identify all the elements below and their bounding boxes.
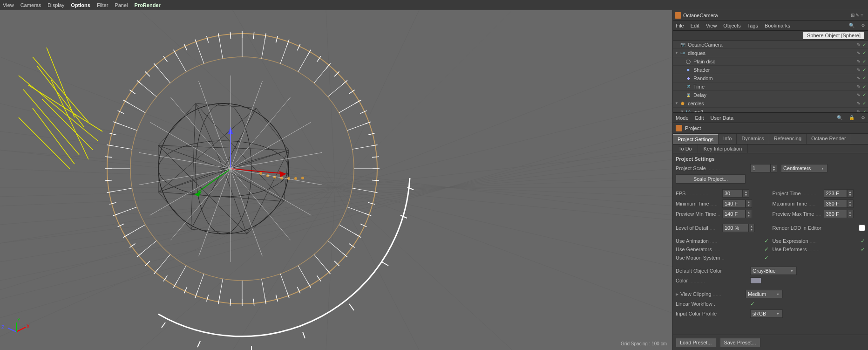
tab-info[interactable]: Info [719, 134, 737, 144]
obj-item-disques[interactable]: ▼ L0 disques ✎ ✓ [673, 49, 868, 57]
view-clipping-select-wrapper[interactable]: Medium Low High [746, 290, 780, 298]
linear-workflow-check: ✓ [750, 301, 755, 307]
prev-min-label: Preview Min Time .. [676, 211, 722, 217]
lod-field[interactable] [722, 224, 748, 232]
default-color-select[interactable]: Gray-Blue Red Green [750, 267, 797, 275]
min-time-input[interactable]: ▲ ▼ [722, 199, 752, 208]
unit-select-wrapper[interactable]: Centimeters Meters Inches [781, 164, 824, 172]
render-lod-group: Render LOD in Editor [773, 225, 866, 231]
linear-workflow-label: Linear Workflow . [676, 301, 750, 307]
obj-item-time[interactable]: ⏱ Time ✎ ✓ [673, 82, 868, 91]
prev-max-field[interactable] [824, 210, 847, 218]
viewport[interactable]: Perspective [0, 10, 672, 350]
maxt-spin[interactable]: ▲ ▼ [847, 199, 854, 208]
use-motion-row: Use Motion System .. ✓ [673, 254, 868, 262]
project-scale-field[interactable] [750, 164, 771, 172]
mode-edit[interactable]: Edit [695, 115, 704, 121]
menu-tags[interactable]: Tags [747, 23, 758, 28]
use-expr-check: ✓ [861, 238, 865, 244]
sep2 [673, 219, 868, 223]
prev-max-input[interactable]: ▲ ▼ [824, 210, 854, 218]
pm-spin[interactable]: ▲ ▼ [746, 210, 752, 218]
obj-item-delay[interactable]: ⌛ Delay ✎ ✓ [673, 91, 868, 99]
obj-toolbar: File Edit View Objects Tags Bookmarks 🔍 … [673, 21, 868, 31]
search-icon[interactable]: 🔍 [849, 23, 854, 28]
icp-select[interactable]: sRGB Linear [750, 309, 783, 318]
obj-item-octanecamera[interactable]: 📷 OctaneCamera ✎ ✓ [673, 41, 868, 49]
subtab-todo[interactable]: To Do [673, 144, 698, 153]
settings-icon[interactable]: ⚙ [861, 23, 865, 28]
menu-display[interactable]: Display [47, 2, 64, 8]
default-obj-color-row: Default Object Color Gray-Blue Red Green [673, 266, 868, 276]
sphere-object-label: Sphere Object [Sphere] [803, 32, 864, 39]
max-time-input[interactable]: ▲ ▼ [824, 199, 854, 208]
menu-bookmarks[interactable]: Bookmarks [765, 23, 790, 28]
min-time-field[interactable] [722, 199, 746, 208]
subtab-key-interpolation[interactable]: Key Interpolation [698, 144, 748, 153]
load-preset-button[interactable]: Load Preset... [676, 338, 716, 347]
mode-search-icon[interactable]: 🔍 [837, 115, 842, 120]
lod-spin[interactable]: ▲ ▼ [748, 224, 755, 232]
fps-spin[interactable]: ▲ ▼ [743, 189, 749, 198]
mode-mode[interactable]: Mode [676, 115, 689, 121]
menu-filter[interactable]: Filter [97, 2, 108, 8]
obj-item-arc2[interactable]: ▼ L0 arc2 ✎ ✓ [673, 108, 868, 112]
pt-spin[interactable]: ▲ ▼ [847, 189, 854, 198]
exp8: ▼ [675, 101, 679, 105]
scale-spin-btn[interactable]: ▲ ▼ [771, 164, 777, 172]
use-def-check: ✓ [861, 246, 865, 253]
group-icon: L0 [679, 50, 686, 56]
max-time-label: Maximum Time ..... [773, 201, 824, 206]
edit-badge2: ✎ [857, 51, 861, 55]
tab-octane-render[interactable]: Octane Render [807, 134, 851, 144]
use-gen-row: Use Generators ..... ✓ Use Deformers ...… [673, 245, 868, 254]
properties-panel: Project Project Settings Info Dynamics R… [673, 123, 868, 350]
pma-spin[interactable]: ▲ ▼ [847, 210, 854, 218]
unit-select[interactable]: Centimeters Meters Inches [781, 164, 827, 172]
fps-input[interactable]: ▲ ▼ [722, 189, 749, 198]
svg-text:Z: Z [1, 325, 4, 330]
menu-options[interactable]: Options [71, 2, 90, 8]
color-swatch[interactable] [750, 277, 761, 284]
project-time-input[interactable]: ▲ ▼ [824, 189, 854, 198]
obj-item-cercles[interactable]: ▼ ⬟ cercles ✎ ✓ [673, 99, 868, 108]
max-time-field[interactable] [824, 199, 847, 208]
obj-item-shader[interactable]: ■ Shader ✎ ✓ [673, 66, 868, 74]
obj-item-random[interactable]: ◆ Random ✎ ✓ [673, 74, 868, 82]
grid-spacing-label: Grid Spacing : 100 cm [621, 341, 667, 346]
mode-userdata[interactable]: User Data [711, 115, 734, 121]
exp9: ▼ [680, 110, 685, 112]
fps-field[interactable] [722, 189, 743, 198]
prev-min-field[interactable] [722, 210, 746, 218]
menu-file[interactable]: File [676, 23, 684, 28]
input-color-profile-row: Input Color Profile sRGB Linear [673, 309, 868, 319]
save-preset-button[interactable]: Save Preset... [720, 338, 760, 347]
project-scale-input[interactable]: ▲ ▼ [750, 164, 777, 172]
menu-objects[interactable]: Objects [723, 23, 740, 28]
render-lod-checkbox[interactable] [859, 225, 865, 231]
use-anim-row: Use Animation ..... ✓ Use Expression ...… [673, 237, 868, 245]
tab-project-settings[interactable]: Project Settings [673, 134, 719, 144]
mint-spin[interactable]: ▲ ▼ [746, 199, 752, 208]
project-time-field[interactable] [824, 189, 847, 198]
menu-view-obj[interactable]: View [706, 23, 717, 28]
prev-min-input[interactable]: ▲ ▼ [722, 210, 752, 218]
mode-lock-icon[interactable]: 🔒 [849, 115, 854, 120]
tab-dynamics[interactable]: Dynamics [737, 134, 769, 144]
camera-icon: 📷 [679, 41, 686, 48]
menu-view[interactable]: View [3, 2, 14, 8]
menu-panel[interactable]: Panel [115, 2, 128, 8]
menu-cameras[interactable]: Cameras [20, 2, 41, 8]
menu-prorender[interactable]: ProRender [135, 2, 161, 8]
view-clipping-select[interactable]: Medium Low High [746, 290, 783, 298]
tab-referencing[interactable]: Referencing [769, 134, 807, 144]
obj-item-plain-disc[interactable]: ◯ Plain disc ✎ ✓ [673, 57, 868, 66]
scale-project-button[interactable]: Scale Project... [676, 174, 746, 184]
use-def-group: Use Deformers ........ ✓ [773, 246, 866, 253]
menu-edit[interactable]: Edit [691, 23, 699, 28]
icp-select-wrapper[interactable]: sRGB Linear [750, 309, 780, 318]
object-manager: OctaneCamera ⊞ ✎ ≡ File Edit View Object… [673, 10, 868, 113]
mode-gear-icon[interactable]: ⚙ [861, 115, 865, 120]
lod-input[interactable]: ▲ ▼ [722, 224, 755, 232]
default-color-select-wrapper[interactable]: Gray-Blue Red Green [750, 267, 793, 275]
